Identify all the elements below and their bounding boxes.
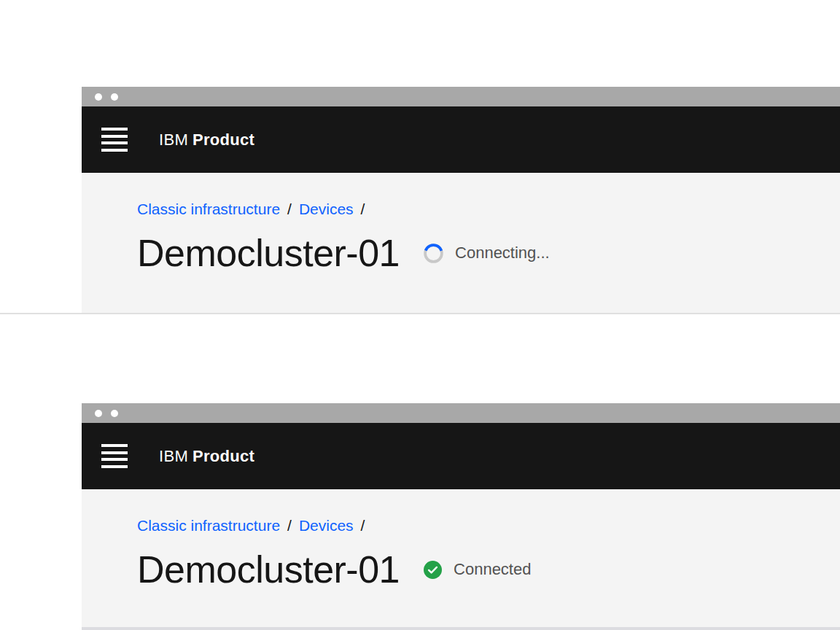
breadcrumb-link-classic-infrastructure[interactable]: Classic infrastructure (137, 201, 280, 217)
breadcrumb-separator: / (361, 517, 365, 534)
status-label: Connecting... (455, 244, 550, 262)
status-indicator-connecting: Connecting... (424, 244, 550, 263)
brand-name: Product (192, 131, 254, 149)
breadcrumb: Classic infrastructure/Devices/ (137, 201, 840, 218)
breadcrumb-link-devices[interactable]: Devices (299, 517, 354, 534)
menu-button[interactable] (101, 444, 128, 468)
window-bottom-edge (82, 627, 840, 630)
window-panel-connected: IBMProduct Classic infrastructure/Device… (82, 403, 840, 630)
app-header: IBMProduct (82, 106, 840, 173)
breadcrumb-separator: / (287, 201, 292, 217)
app-header: IBMProduct (82, 423, 840, 489)
status-label: Connected (454, 560, 531, 579)
window-dot-icon (95, 93, 102, 101)
app-brand-title: IBMProduct (159, 447, 254, 466)
brand-prefix: IBM (159, 447, 188, 465)
window-dot-icon (95, 410, 102, 417)
breadcrumb-separator: / (287, 517, 292, 534)
window-titlebar (82, 403, 840, 423)
breadcrumb-link-classic-infrastructure[interactable]: Classic infrastructure (137, 517, 280, 534)
brand-name: Product (192, 447, 254, 465)
breadcrumb-link-devices[interactable]: Devices (299, 201, 354, 217)
page-content: Classic infrastructure/Devices/ Democlus… (82, 489, 840, 630)
menu-button[interactable] (101, 128, 128, 152)
status-indicator-connected: Connected (424, 560, 531, 579)
app-brand-title: IBMProduct (159, 131, 254, 149)
window-dot-icon (111, 410, 118, 417)
checkmark-filled-icon (424, 561, 442, 579)
breadcrumb: Classic infrastructure/Devices/ (137, 517, 840, 534)
title-row: Democluster-01 Connected (137, 550, 840, 590)
page-title: Democluster-01 (137, 550, 400, 590)
brand-prefix: IBM (159, 131, 188, 149)
loading-spinner-icon (424, 244, 443, 263)
window-titlebar (82, 87, 840, 106)
breadcrumb-separator: / (361, 201, 365, 217)
window-panel-connecting: IBMProduct Classic infrastructure/Device… (82, 87, 840, 314)
section-divider (0, 313, 840, 314)
page-canvas: IBMProduct Classic infrastructure/Device… (0, 0, 840, 630)
window-dot-icon (111, 93, 118, 101)
page-title: Democluster-01 (137, 233, 400, 273)
page-content: Classic infrastructure/Devices/ Democlus… (82, 173, 840, 314)
hamburger-menu-icon (101, 128, 128, 152)
hamburger-menu-icon (101, 444, 128, 468)
title-row: Democluster-01 Connecting... (137, 233, 840, 273)
